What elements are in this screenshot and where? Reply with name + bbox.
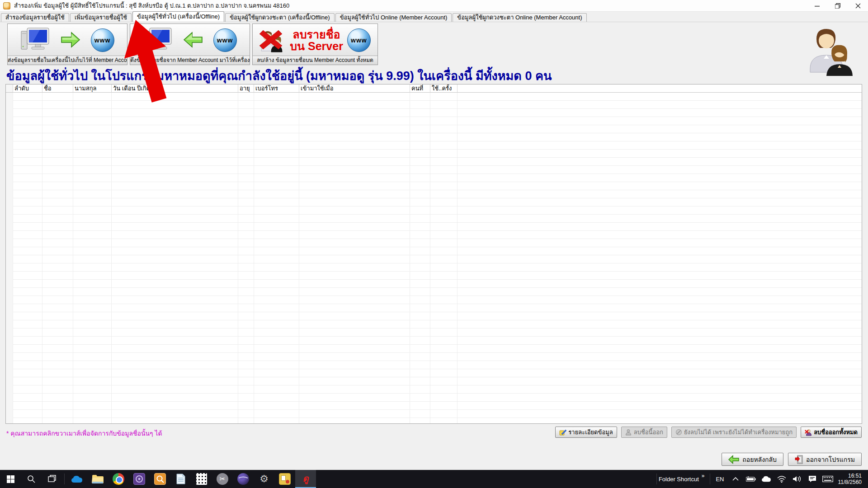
tray-chevron-up-icon[interactable] <box>728 477 743 481</box>
exit-door-icon <box>795 455 803 464</box>
tab-horoscope-users-online[interactable]: ข้อมูลผู้ใช้ผูกดวงชะตา Online (Member Ac… <box>453 13 586 22</box>
restore-button[interactable] <box>827 0 848 12</box>
users-avatar-image <box>803 25 857 77</box>
col-header-firstname[interactable]: ชื่อ <box>42 84 73 93</box>
col-header-use-count[interactable]: ใช้..ครั้ง <box>430 84 458 93</box>
minimize-button[interactable] <box>807 0 827 12</box>
tab-general-users-online[interactable]: ข้อมูลผู้ใช้ทั่วไป Online (Member Accoun… <box>335 13 452 22</box>
back-button[interactable]: ถอยหลังกลับ <box>722 453 783 466</box>
fetch-from-member-account-button[interactable]: www ดึงข้อมูลรายชื่อจาก Member Account ม… <box>130 23 250 65</box>
chrome-icon[interactable] <box>108 470 129 488</box>
col-header-birthdate[interactable]: วัน เดือน ปีเกิด <box>112 84 238 93</box>
active-app-icon[interactable]: ดู <box>295 470 316 488</box>
snipping-tool-icon[interactable]: ✂ <box>212 470 233 488</box>
col-header-person-no[interactable]: คนที่ <box>410 84 430 93</box>
send-to-member-account-button[interactable]: www ส่งข้อมูลรายชื่อในเครื่องนี้ไปเก็บไว… <box>7 23 127 65</box>
user-count-header: ข้อมูลผู้ใช้ทั่วไป ในโปรแกรมมหาหมอดูที่ค… <box>6 66 552 85</box>
app-icon <box>3 2 10 9</box>
row-selector-header <box>6 84 13 93</box>
www-globe-icon: www <box>91 28 114 52</box>
col-header-phone[interactable]: เบอร์โทร <box>254 84 299 93</box>
file-explorer-icon[interactable] <box>87 470 108 488</box>
tab-backup-users[interactable]: สำรองข้อมูลรายชื่อผู้ใช้ <box>1 13 69 22</box>
back-arrow-icon <box>728 455 739 464</box>
onedrive-tray-icon[interactable] <box>759 476 774 482</box>
delete-on-server-button[interactable]: ลบรายชื่อ บน Server www ลบ/ล้าง ข้อมูลรา… <box>252 23 378 65</box>
app-window: สำรอง/เพิ่ม ข้อมูลผู้ใช้ ผู้มีสิทธิ์ใช้โ… <box>0 0 868 488</box>
details-icon <box>559 429 566 436</box>
computer-icon <box>143 28 173 53</box>
delete-all-icon <box>805 429 812 436</box>
toolbar-overflow-chevron[interactable]: » <box>702 473 705 479</box>
window-title: สำรอง/เพิ่ม ข้อมูลผู้ใช้ ผู้มีสิทธิ์ใช้โ… <box>14 1 289 10</box>
toolbar: www ส่งข้อมูลรายชื่อในเครื่องนี้ไปเก็บไว… <box>0 23 868 65</box>
taskbar-clock[interactable]: 16:51 11/8/2560 <box>835 473 867 485</box>
onedrive-icon[interactable] <box>66 470 87 488</box>
table-body-empty[interactable] <box>6 93 862 423</box>
delete-selected-button[interactable]: ลบชื่อนี้ออก <box>621 427 667 438</box>
start-button[interactable] <box>0 470 21 488</box>
col-header-lastname[interactable]: นามสกุล <box>73 84 112 93</box>
col-header-index[interactable]: ลำดับ <box>13 84 42 93</box>
tab-horoscope-users-offline[interactable]: ข้อมูลผู้ใช้ผูกดวงชะตา (เครื่องนี้/Offli… <box>225 13 335 22</box>
delete-banner-text: ลบรายชื่อ บน Server <box>290 28 343 52</box>
send-button-label: ส่งข้อมูลรายชื่อในเครื่องนี้ไปเก็บไว้ที่… <box>8 56 127 65</box>
taskbar-separator <box>64 474 65 484</box>
photo-viewer-icon[interactable] <box>150 470 170 488</box>
fetch-button-label: ดึงข้อมูลรายชื่อจาก Member Account มาไว้… <box>130 56 250 65</box>
wifi-icon[interactable] <box>774 476 789 483</box>
delete-users-icon <box>259 28 286 53</box>
delete-person-icon-disabled <box>625 429 632 436</box>
www-globe-icon: www <box>213 28 237 52</box>
computer-icon <box>21 28 51 53</box>
folder-shortcut-toolbar[interactable]: Folder Shortcut <box>659 476 699 483</box>
details-button[interactable]: รายละเอียดข้อมูล <box>555 427 617 438</box>
exit-button[interactable]: ออกจากโปรแกรม <box>788 453 862 466</box>
col-header-last-used[interactable]: เข้ามาใช้เมื่อ <box>299 84 410 93</box>
title-bar: สำรอง/เพิ่ม ข้อมูลผู้ใช้ ผู้มีสิทธิ์ใช้โ… <box>0 0 868 12</box>
tab-general-users-offline[interactable]: ข้อมูลผู้ใช้ทั่วไป (เครื่องนี้/Offline) <box>132 11 224 22</box>
task-view-icon[interactable] <box>42 470 62 488</box>
tab-add-users[interactable]: เพิ่มข้อมูลรายชื่อผู้ใช้ <box>70 13 132 22</box>
arrow-left-icon <box>183 31 203 50</box>
delete-button-label: ลบ/ล้าง ข้อมูลรายชื่อบน Member Account ท… <box>253 56 377 65</box>
blocked-icon-disabled <box>675 429 682 436</box>
clock-time: 16:51 <box>838 473 862 479</box>
col-header-age[interactable]: อายุ <box>238 84 254 93</box>
search-icon[interactable] <box>21 470 42 488</box>
mail-app-icon[interactable] <box>274 470 295 488</box>
col-header-filler <box>458 84 862 93</box>
action-center-icon[interactable] <box>805 475 820 483</box>
users-table: ลำดับ ชื่อ นามสกุล วัน เดือน ปีเกิด อายุ… <box>5 84 862 424</box>
media-app-icon[interactable] <box>129 470 150 488</box>
cannot-delete-button[interactable]: ยังลบไม่ได้ เพราะยังไม่ได้ทำเครื่องหมายถ… <box>671 427 797 438</box>
calculator-icon[interactable] <box>191 470 212 488</box>
close-button[interactable] <box>848 0 868 12</box>
table-header-row: ลำดับ ชื่อ นามสกุล วัน เดือน ปีเกิด อายุ… <box>6 84 862 93</box>
touch-keyboard-icon[interactable] <box>820 476 835 482</box>
right-click-hint: * คุณสามารถคลิกขวาเมาส์เพื่อจัดการกับข้อ… <box>6 428 162 438</box>
battery-icon[interactable] <box>743 476 759 482</box>
action-button-row: รายละเอียดข้อมูล ลบชื่อนี้ออก ยังลบไม่ได… <box>555 427 862 438</box>
nav-button-row: ถอยหลังกลับ ออกจากโปรแกรม <box>722 453 862 466</box>
language-indicator[interactable]: EN <box>712 476 727 483</box>
arrow-right-icon <box>61 31 80 50</box>
taskbar: ✂ ⚙ ดู Folder Short <box>0 470 868 488</box>
notepad-icon[interactable] <box>170 470 191 488</box>
delete-all-button[interactable]: ลบชื่อออกทั้งหมด <box>801 427 862 438</box>
volume-icon[interactable] <box>789 475 805 483</box>
clock-date: 11/8/2560 <box>838 479 862 485</box>
www-globe-icon: www <box>347 28 371 52</box>
eclipse-icon[interactable] <box>233 470 254 488</box>
settings-gear-icon[interactable]: ⚙ <box>254 470 274 488</box>
tab-strip: สำรองข้อมูลรายชื่อผู้ใช้ เพิ่มข้อมูลรายช… <box>0 12 868 22</box>
